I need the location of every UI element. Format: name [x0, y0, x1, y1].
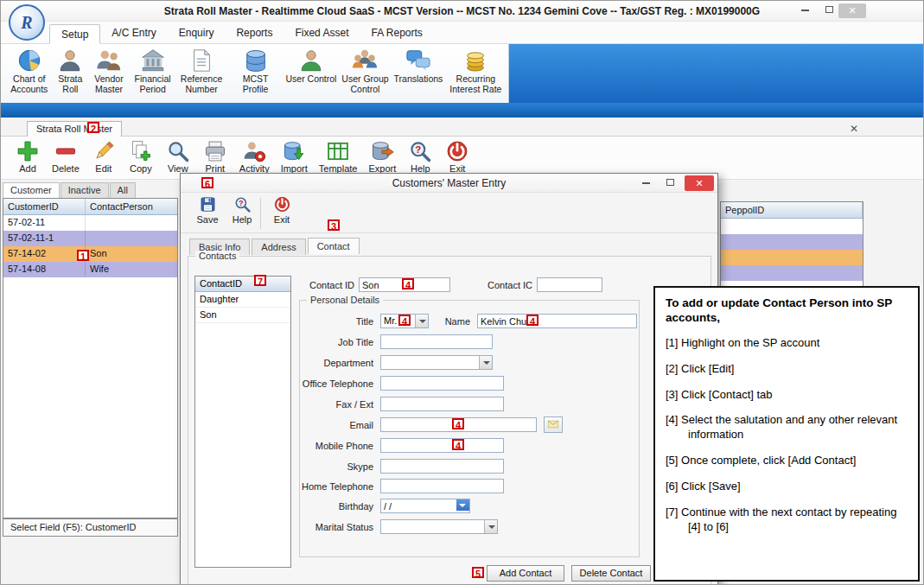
contact-id-label: Contact ID — [290, 280, 354, 290]
edit-button[interactable]: Edit — [91, 139, 117, 174]
add-contact-button[interactable]: Add Contact — [487, 565, 564, 582]
calendar-dropdown-icon[interactable] — [456, 499, 469, 511]
ribbon-user-group-control[interactable]: User Group Control — [339, 48, 392, 95]
ribbon-recurring-interest-rate[interactable]: Recurring Interest Rate — [445, 48, 507, 95]
menu-tab-setup[interactable]: Setup — [49, 24, 100, 44]
chevron-down-icon[interactable] — [479, 356, 492, 369]
instructions-title: To add or update Contact Person into SP … — [666, 296, 908, 326]
dialog-maximize-button[interactable] — [659, 175, 681, 191]
instruction-step-6: [6] Click [Save] — [666, 480, 908, 494]
title-label: Title — [300, 316, 373, 327]
floppy-icon — [199, 195, 217, 213]
minimize-button[interactable] — [793, 3, 816, 18]
customerid-cell: 57-14-08 — [3, 262, 86, 277]
ribbon-financial-period[interactable]: Financial Period — [130, 48, 176, 95]
list-item-daughter[interactable]: Daughter — [195, 292, 290, 308]
annotation-badge-6: 6 — [201, 177, 213, 188]
copy-button[interactable]: Copy — [128, 139, 154, 174]
table-row[interactable]: 57-02-11 — [3, 215, 177, 231]
menu-tab-enquiry[interactable]: Enquiry — [168, 23, 226, 43]
close-button[interactable]: ✕ — [838, 3, 866, 18]
ribbon-chart-of-accounts[interactable]: Chart of Accounts — [6, 48, 53, 95]
delete-button[interactable]: Delete — [52, 139, 80, 174]
fax-ext-input[interactable] — [380, 397, 504, 411]
column-header-peppolid[interactable]: PeppolID — [721, 202, 863, 218]
menu-tab-ac-entry[interactable]: A/C Entry — [100, 23, 167, 43]
dialog-help-button[interactable]: Help — [226, 195, 258, 225]
save-button[interactable]: Save — [191, 195, 224, 225]
ribbon: Chart of Accounts Strata Roll Vendor Mas… — [1, 44, 923, 103]
main-toolbar: Add Delete Edit Copy View Print Activity… — [15, 139, 470, 174]
instruction-step-4: [4] Select the salutation and any other … — [666, 413, 908, 442]
office-telephone-label: Office Telephone — [300, 378, 373, 389]
peppolid-cell — [721, 219, 863, 234]
menu-tab-fa-reports[interactable]: FA Reports — [360, 23, 433, 43]
dialog-exit-button[interactable]: Exit — [265, 195, 298, 225]
delete-contact-button[interactable]: Delete Contact — [571, 565, 651, 582]
tab-address[interactable]: Address — [252, 238, 305, 255]
name-input[interactable] — [477, 314, 637, 328]
filter-tab-customer[interactable]: Customer — [3, 182, 60, 198]
print-button[interactable]: Print — [202, 139, 228, 174]
job-title-input[interactable] — [380, 334, 493, 349]
filter-tab-inactive[interactable]: Inactive — [61, 182, 109, 198]
tab-contact[interactable]: Contact — [308, 238, 360, 254]
template-button[interactable]: Template — [319, 139, 358, 174]
dialog-close-button[interactable]: ✕ — [685, 175, 714, 191]
ribbon-vendor-master[interactable]: Vendor Master — [88, 48, 130, 95]
department-select[interactable] — [380, 355, 493, 370]
help-icon — [408, 139, 432, 163]
customerid-cell: 57-14-02 — [3, 246, 86, 262]
annotation-badge-3: 3 — [328, 219, 340, 231]
list-item-son[interactable]: Son — [195, 308, 290, 323]
people-icon — [96, 48, 122, 73]
help-button[interactable]: Help — [407, 139, 433, 174]
table-row[interactable]: 57-14-08 Wife — [3, 262, 177, 277]
table-row-selected[interactable] — [721, 250, 863, 265]
home-telephone-input[interactable] — [380, 479, 504, 493]
exit-button[interactable]: Exit — [444, 139, 470, 174]
add-button[interactable]: Add — [15, 139, 41, 174]
column-header-contactperson[interactable]: ContactPerson — [86, 199, 177, 214]
activity-button[interactable]: Activity — [239, 139, 270, 174]
maximize-button[interactable] — [818, 3, 840, 18]
table-row[interactable] — [721, 219, 863, 234]
mobile-phone-input[interactable] — [380, 438, 504, 453]
contact-ic-label: Contact IC — [472, 280, 532, 290]
document-tab-strata-roll-master[interactable]: Strata Roll Master — [27, 121, 122, 137]
table-row-selected[interactable]: 57-14-02 Son — [3, 246, 177, 262]
table-row[interactable] — [721, 265, 863, 281]
instruction-step-5: [5] Once complete, click [Add Contact] — [666, 454, 908, 468]
ribbon-reference-number[interactable]: Reference Number — [175, 48, 226, 95]
marital-status-select[interactable] — [380, 519, 498, 534]
contact-ic-input[interactable] — [537, 277, 602, 292]
menu-tab-reports[interactable]: Reports — [225, 23, 284, 43]
view-button[interactable]: View — [165, 139, 191, 174]
close-icon: ✕ — [848, 5, 856, 16]
import-button[interactable]: Import — [281, 139, 308, 174]
export-button[interactable]: Export — [368, 139, 396, 174]
annotation-badge-4: 4 — [526, 315, 538, 326]
document-close-icon[interactable]: ✕ — [850, 123, 858, 135]
table-row[interactable]: 57-02-11-1 — [3, 231, 177, 246]
close-icon: ✕ — [695, 178, 703, 188]
menu-tab-fixed-asset[interactable]: Fixed Asset — [284, 23, 360, 43]
send-email-button[interactable] — [544, 416, 563, 433]
ribbon-mcst-profile[interactable]: MCST Profile — [227, 48, 284, 95]
name-label: Name — [430, 316, 470, 327]
ribbon-translations[interactable]: Translations — [392, 48, 444, 85]
table-row[interactable] — [721, 234, 863, 250]
skype-input[interactable] — [380, 459, 504, 474]
chevron-down-icon[interactable] — [415, 315, 428, 327]
office-telephone-input[interactable] — [380, 376, 504, 391]
job-title-label: Job Title — [300, 337, 373, 347]
dialog-minimize-button[interactable] — [634, 175, 657, 191]
chevron-down-icon[interactable] — [484, 520, 497, 533]
contactperson-cell: Wife — [86, 262, 177, 277]
contactid-list-header[interactable]: ContactID — [195, 277, 290, 292]
ribbon-user-control[interactable]: User Control — [284, 48, 338, 85]
ribbon-strata-roll[interactable]: Strata Roll — [53, 48, 89, 95]
filter-tab-all[interactable]: All — [110, 182, 136, 198]
select-field-status[interactable]: Select Field (F5): CustomerID — [3, 518, 178, 537]
column-header-customerid[interactable]: CustomerID — [3, 199, 86, 214]
